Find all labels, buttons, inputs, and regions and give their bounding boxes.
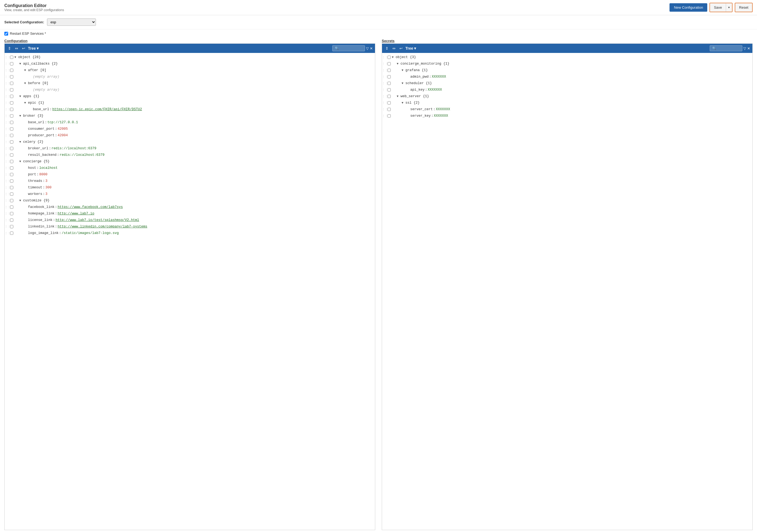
drag-handle[interactable]: ⋮⋮ (5, 101, 9, 105)
row-checkbox[interactable] (10, 108, 13, 111)
row-checkbox[interactable] (10, 134, 13, 137)
row-checkbox[interactable] (10, 62, 13, 66)
row-checkbox[interactable] (10, 121, 13, 124)
drag-handle[interactable]: ⋮⋮ (5, 173, 9, 177)
row-checkbox[interactable] (10, 232, 13, 235)
right-expand-all-icon[interactable]: ⇕ (384, 45, 390, 51)
row-checkbox[interactable] (10, 82, 13, 85)
drag-handle[interactable]: ⋮⋮ (5, 88, 9, 92)
row-value[interactable]: http://www.linkedin.com/company/lab7-sys… (58, 225, 147, 229)
row-checkbox[interactable] (10, 225, 13, 228)
row-checkbox[interactable] (10, 147, 13, 150)
drag-handle[interactable]: ⋮⋮ (5, 192, 9, 196)
row-checkbox[interactable] (10, 69, 13, 72)
drag-handle[interactable]: ⋮⋮ (5, 114, 9, 118)
row-checkbox[interactable] (10, 56, 13, 59)
left-close-search-button[interactable]: ✕ (370, 46, 373, 50)
row-checkbox[interactable] (10, 199, 13, 202)
row-checkbox[interactable] (10, 127, 13, 130)
expand-all-icon[interactable]: ⇕ (7, 45, 12, 51)
drag-handle[interactable]: ⋮⋮ (382, 101, 386, 105)
row-checkbox[interactable] (387, 56, 391, 59)
row-toggle[interactable]: ▼ (19, 199, 23, 202)
right-close-search-button[interactable]: ✕ (747, 46, 750, 50)
collapse-all-icon[interactable]: ⇔ (14, 45, 19, 51)
row-toggle[interactable]: ▼ (397, 62, 401, 66)
row-checkbox[interactable] (10, 160, 13, 163)
row-checkbox[interactable] (387, 62, 391, 66)
row-checkbox[interactable] (10, 88, 13, 92)
reset-button[interactable]: Reset (735, 3, 753, 12)
undo-icon[interactable]: ↩ (21, 45, 26, 51)
row-toggle[interactable]: ▼ (402, 101, 406, 104)
row-checkbox[interactable] (10, 212, 13, 215)
drag-handle[interactable]: ⋮⋮ (5, 75, 9, 79)
row-checkbox[interactable] (387, 108, 391, 111)
drag-handle[interactable]: ⋮⋮ (382, 108, 386, 111)
drag-handle[interactable]: ⋮⋮ (382, 88, 386, 92)
drag-handle[interactable]: ⋮⋮ (5, 95, 9, 98)
row-toggle[interactable]: ▼ (402, 69, 406, 72)
drag-handle[interactable]: ⋮⋮ (5, 121, 9, 124)
right-undo-icon[interactable]: ↩ (398, 45, 404, 51)
row-value[interactable]: http://www.lab7.io (58, 212, 94, 215)
drag-handle[interactable]: ⋮⋮ (382, 114, 386, 118)
drag-handle[interactable]: ⋮⋮ (5, 147, 9, 150)
row-checkbox[interactable] (10, 206, 13, 209)
drag-handle[interactable]: ⋮⋮ (5, 140, 9, 144)
row-toggle[interactable]: ▼ (15, 56, 18, 59)
row-checkbox[interactable] (10, 140, 13, 144)
new-configuration-button[interactable]: New Configuration (670, 3, 707, 12)
restart-checkbox[interactable] (4, 32, 8, 36)
row-toggle[interactable]: ▼ (24, 69, 28, 72)
row-checkbox[interactable] (387, 88, 391, 92)
drag-handle[interactable]: ⋮⋮ (5, 134, 9, 137)
row-checkbox[interactable] (10, 75, 13, 78)
row-value[interactable]: https://open-ic.epic.com/FHIR/api/FHIR/D… (52, 107, 142, 111)
row-toggle[interactable]: ▼ (19, 160, 23, 163)
right-filter-button[interactable]: ▽ (743, 46, 746, 50)
row-checkbox[interactable] (10, 101, 13, 104)
row-toggle[interactable]: ▼ (24, 82, 28, 85)
row-checkbox[interactable] (387, 101, 391, 104)
drag-handle[interactable]: ⋮⋮ (5, 212, 9, 215)
row-checkbox[interactable] (10, 114, 13, 118)
row-checkbox[interactable] (10, 166, 13, 170)
row-toggle[interactable]: ▼ (19, 95, 23, 98)
row-toggle[interactable]: ▼ (402, 82, 406, 85)
drag-handle[interactable]: ⋮⋮ (5, 180, 9, 183)
row-value[interactable]: https://www.facebook.com/lab7sys (58, 205, 123, 209)
row-checkbox[interactable] (387, 69, 391, 72)
drag-handle[interactable]: ⋮⋮ (382, 56, 386, 59)
row-checkbox[interactable] (10, 180, 13, 183)
drag-handle[interactable]: ⋮⋮ (382, 95, 386, 98)
drag-handle[interactable]: ⋮⋮ (5, 127, 9, 131)
drag-handle[interactable]: ⋮⋮ (5, 186, 9, 189)
drag-handle[interactable]: ⋮⋮ (382, 69, 386, 72)
right-tree-view-button[interactable]: Tree ▾ (406, 46, 416, 50)
drag-handle[interactable]: ⋮⋮ (382, 82, 386, 85)
row-checkbox[interactable] (10, 186, 13, 189)
drag-handle[interactable]: ⋮⋮ (382, 75, 386, 79)
row-value[interactable]: http://www.lab7.io/test/splashmsg/V2.htm… (56, 218, 139, 222)
left-filter-button[interactable]: ▽ (366, 46, 369, 50)
drag-handle[interactable]: ⋮⋮ (5, 225, 9, 229)
drag-handle[interactable]: ⋮⋮ (5, 166, 9, 170)
drag-handle[interactable]: ⋮⋮ (5, 218, 9, 222)
row-toggle[interactable]: ▼ (19, 140, 23, 144)
row-toggle[interactable]: ▼ (24, 101, 28, 104)
right-search-input[interactable] (710, 45, 742, 51)
tree-view-button[interactable]: Tree ▾ (28, 46, 39, 50)
row-checkbox[interactable] (10, 95, 13, 98)
drag-handle[interactable]: ⋮⋮ (5, 62, 9, 66)
row-checkbox[interactable] (10, 192, 13, 196)
row-toggle[interactable]: ▼ (19, 114, 23, 118)
config-select[interactable]: esp (47, 18, 96, 26)
left-search-input[interactable] (332, 45, 365, 51)
row-checkbox[interactable] (10, 173, 13, 176)
drag-handle[interactable]: ⋮⋮ (5, 206, 9, 209)
drag-handle[interactable]: ⋮⋮ (5, 199, 9, 203)
row-checkbox[interactable] (387, 75, 391, 78)
drag-handle[interactable]: ⋮⋮ (5, 82, 9, 85)
right-collapse-all-icon[interactable]: ⇔ (391, 45, 397, 51)
